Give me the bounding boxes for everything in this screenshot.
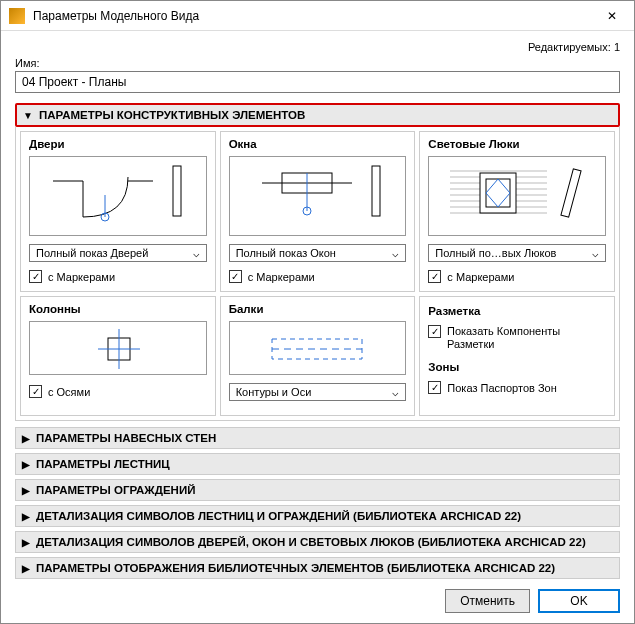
svg-rect-11	[372, 166, 380, 216]
columns-axes-checkbox[interactable]: с Осями	[29, 385, 207, 398]
close-icon: ✕	[607, 9, 617, 23]
checkbox-icon	[428, 325, 441, 338]
section-railings[interactable]: ПАРАМЕТРЫ ОГРАЖДЕНИЙ	[15, 479, 620, 501]
chevron-right-icon	[22, 537, 30, 548]
section-library-display[interactable]: ПАРАМЕТРЫ ОТОБРАЖЕНИЯ БИБЛИОТЕЧНЫХ ЭЛЕМЕ…	[15, 557, 620, 579]
dialog-footer: Отменить OK	[15, 579, 620, 613]
chevron-right-icon	[22, 563, 30, 574]
name-input[interactable]	[15, 71, 620, 93]
skylights-preview	[428, 156, 606, 236]
beams-preview	[229, 321, 407, 375]
checkbox-icon	[428, 381, 441, 394]
doors-display-select[interactable]: Полный показ Дверей	[29, 244, 207, 262]
chevron-right-icon	[22, 459, 30, 470]
close-button[interactable]: ✕	[589, 1, 634, 31]
skylights-title: Световые Люки	[428, 138, 606, 150]
ok-button[interactable]: OK	[538, 589, 620, 613]
cancel-button[interactable]: Отменить	[445, 589, 530, 613]
cell-windows: Окна Полный показ Окон с	[220, 131, 416, 292]
skylights-markers-checkbox[interactable]: с Маркерами	[428, 270, 606, 283]
section-door-detail[interactable]: ДЕТАЛИЗАЦИЯ СИМВОЛОВ ДВЕРЕЙ, ОКОН И СВЕТ…	[15, 531, 620, 553]
windows-markers-checkbox[interactable]: с Маркерами	[229, 270, 407, 283]
svg-rect-23	[561, 169, 581, 217]
chevron-right-icon	[22, 511, 30, 522]
zones-passport-checkbox[interactable]: Показ Паспортов Зон	[428, 381, 606, 394]
windows-title: Окна	[229, 138, 407, 150]
cell-columns: Колонны с Осями	[20, 296, 216, 416]
section-stairs[interactable]: ПАРАМЕТРЫ ЛЕСТНИЦ	[15, 453, 620, 475]
windows-preview	[229, 156, 407, 236]
zones-title: Зоны	[428, 361, 606, 373]
cell-markup-zones: Разметка Показать Компоненты Разметки Зо…	[419, 296, 615, 416]
cell-beams: Балки Контуры и Оси	[220, 296, 416, 416]
checkbox-icon	[428, 270, 441, 283]
section-constructive-title: ПАРАМЕТРЫ КОНСТРУКТИВНЫХ ЭЛЕМЕНТОВ	[39, 109, 305, 121]
beams-title: Балки	[229, 303, 407, 315]
cell-doors: Двери Полный показ Дверей	[20, 131, 216, 292]
window-title: Параметры Модельного Вида	[33, 9, 589, 23]
checkbox-icon	[229, 270, 242, 283]
name-label: Имя:	[15, 57, 620, 69]
section-stair-detail[interactable]: ДЕТАЛИЗАЦИЯ СИМВОЛОВ ЛЕСТНИЦ И ОГРАЖДЕНИ…	[15, 505, 620, 527]
markup-show-checkbox[interactable]: Показать Компоненты Разметки	[428, 325, 606, 351]
svg-rect-5	[173, 166, 181, 216]
columns-title: Колонны	[29, 303, 207, 315]
beams-display-select[interactable]: Контуры и Оси	[229, 383, 407, 401]
chevron-down-icon	[23, 110, 33, 121]
doors-preview	[29, 156, 207, 236]
editable-count: Редактируемых: 1	[15, 39, 620, 57]
cell-skylights: Световые Люки	[419, 131, 615, 292]
dialog-window: Параметры Модельного Вида ✕ Редактируемы…	[0, 0, 635, 624]
section-curtain-walls[interactable]: ПАРАМЕТРЫ НАВЕСНЫХ СТЕН	[15, 427, 620, 449]
skylights-display-select[interactable]: Полный по…вых Люков	[428, 244, 606, 262]
dialog-content: Редактируемых: 1 Имя: ПАРАМЕТРЫ КОНСТРУК…	[1, 31, 634, 623]
checkbox-icon	[29, 270, 42, 283]
collapsed-sections: ПАРАМЕТРЫ НАВЕСНЫХ СТЕН ПАРАМЕТРЫ ЛЕСТНИ…	[15, 427, 620, 579]
columns-preview	[29, 321, 207, 375]
titlebar: Параметры Модельного Вида ✕	[1, 1, 634, 31]
checkbox-icon	[29, 385, 42, 398]
doors-title: Двери	[29, 138, 207, 150]
section-constructive-body: Двери Полный показ Дверей	[15, 127, 620, 421]
markup-title: Разметка	[428, 305, 606, 317]
section-constructive-header[interactable]: ПАРАМЕТРЫ КОНСТРУКТИВНЫХ ЭЛЕМЕНТОВ	[15, 103, 620, 127]
app-icon	[9, 8, 25, 24]
chevron-right-icon	[22, 485, 30, 496]
chevron-right-icon	[22, 433, 30, 444]
doors-markers-checkbox[interactable]: с Маркерами	[29, 270, 207, 283]
windows-display-select[interactable]: Полный показ Окон	[229, 244, 407, 262]
